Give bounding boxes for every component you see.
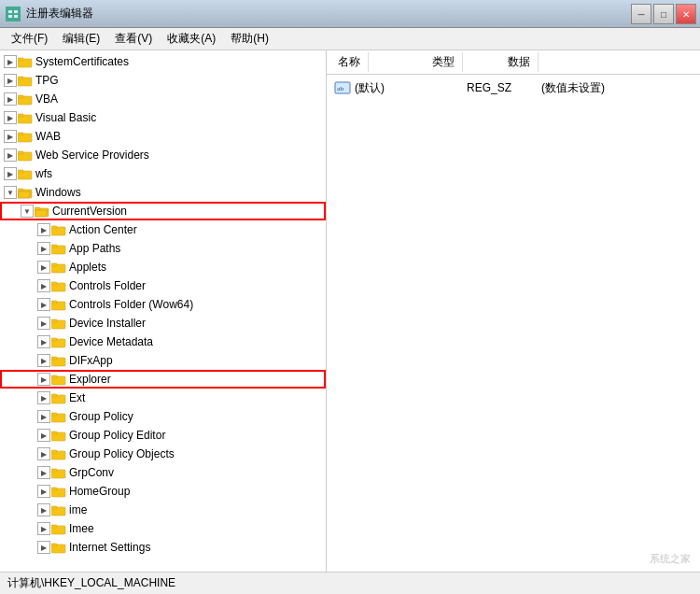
tree-item[interactable]: ▶ HomeGroup — [0, 482, 326, 501]
expand-button[interactable]: ▶ — [4, 92, 17, 106]
close-button[interactable]: ✕ — [676, 4, 696, 24]
tree-item[interactable]: ▶ Group Policy Objects — [0, 445, 326, 463]
status-bar: 计算机\HKEY_LOCAL_MACHINE — [0, 572, 700, 594]
expand-button[interactable]: ▶ — [4, 130, 17, 143]
menu-item[interactable]: 查看(V) — [107, 29, 160, 49]
tree-item[interactable]: ▶ WAB — [0, 127, 326, 146]
expand-button[interactable]: ▶ — [37, 541, 50, 554]
tree-item-label: SystemCertificates — [35, 55, 129, 68]
svg-rect-10 — [18, 78, 32, 86]
tree-item-label: Explorer — [69, 373, 111, 386]
tree-item[interactable]: ▶ Controls Folder — [0, 276, 326, 295]
tree-item[interactable]: ▶ ime — [0, 501, 326, 519]
folder-icon — [51, 279, 66, 292]
expand-button[interactable]: ▶ — [37, 354, 50, 367]
registry-icon: ab — [334, 80, 351, 95]
expand-button[interactable]: ▼ — [21, 205, 34, 218]
tree-item[interactable]: ▶ SystemCertificates — [0, 52, 326, 71]
tree-item[interactable]: ▶ Internet Settings — [0, 538, 326, 557]
svg-rect-85 — [51, 544, 65, 553]
col-type[interactable]: 类型 — [425, 52, 463, 72]
tree-item-label: VBA — [35, 92, 58, 106]
svg-rect-49 — [51, 320, 65, 329]
tree-item-label: Action Center — [69, 223, 137, 236]
tree-item[interactable]: ▶ Group Policy Editor — [0, 426, 326, 445]
maximize-button[interactable]: □ — [653, 4, 674, 24]
svg-rect-43 — [51, 283, 65, 291]
tree-item[interactable]: ▶ Controls Folder (Wow64) — [0, 295, 326, 314]
status-path: 计算机\HKEY_LOCAL_MACHINE — [7, 575, 175, 591]
expand-button[interactable]: ▶ — [4, 55, 17, 68]
expand-button[interactable]: ▶ — [37, 410, 50, 423]
tree-scroll[interactable]: ▶ SystemCertificates▶ TPG▶ VBA▶ Visual B… — [0, 50, 326, 572]
tree-item-label: DIFxApp — [69, 354, 113, 367]
tree-item[interactable]: ▶ VBA — [0, 90, 326, 108]
tree-item[interactable]: ▶ Action Center — [0, 220, 326, 239]
tree-item[interactable]: ▶ Imee — [0, 519, 326, 538]
expand-button[interactable]: ▶ — [37, 391, 50, 404]
expand-button[interactable]: ▶ — [37, 223, 50, 236]
svg-marker-31 — [35, 210, 48, 217]
tree-item[interactable]: ▶ Applets — [0, 258, 326, 276]
expand-button[interactable]: ▶ — [37, 447, 50, 460]
menu-item[interactable]: 帮助(H) — [223, 29, 276, 49]
svg-rect-25 — [18, 171, 32, 179]
svg-rect-64 — [51, 414, 65, 422]
tree-item[interactable]: ▶ Explorer — [0, 370, 326, 389]
minimize-button[interactable]: ─ — [631, 4, 651, 24]
tree-item-label: Device Metadata — [69, 335, 153, 348]
tree-item[interactable]: ▶ DIFxApp — [0, 351, 326, 370]
folder-icon — [18, 148, 33, 162]
menu-item[interactable]: 文件(F) — [4, 29, 55, 49]
registry-row[interactable]: ab (默认)REG_SZ(数值未设置) — [330, 78, 696, 97]
tree-item[interactable]: ▶ App Paths — [0, 239, 326, 258]
expand-button[interactable]: ▼ — [4, 186, 17, 199]
expand-button[interactable]: ▶ — [37, 298, 50, 311]
menu-item[interactable]: 编辑(E) — [55, 29, 107, 49]
menu-item[interactable]: 收藏夹(A) — [160, 29, 223, 49]
tree-item[interactable]: ▶ wfs — [0, 164, 326, 183]
svg-rect-0 — [7, 8, 20, 20]
tree-item[interactable]: ▶ Ext — [0, 389, 326, 407]
expand-button[interactable]: ▶ — [37, 279, 50, 292]
main-content: ▶ SystemCertificates▶ TPG▶ VBA▶ Visual B… — [0, 50, 700, 572]
folder-icon — [18, 186, 33, 199]
folder-icon — [51, 391, 66, 404]
folder-icon — [51, 447, 66, 460]
expand-button[interactable]: ▶ — [37, 503, 50, 516]
tree-item-label: TPG — [35, 74, 59, 87]
tree-panel: ▶ SystemCertificates▶ TPG▶ VBA▶ Visual B… — [0, 50, 327, 572]
expand-button[interactable]: ▶ — [37, 429, 50, 442]
expand-button[interactable]: ▶ — [37, 522, 50, 535]
expand-button[interactable]: ▶ — [37, 466, 50, 479]
tree-item[interactable]: ▶ Web Service Providers — [0, 146, 326, 164]
expand-button[interactable]: ▶ — [4, 148, 17, 162]
tree-item[interactable]: ▶ Visual Basic — [0, 108, 326, 127]
svg-rect-58 — [51, 376, 65, 385]
expand-button[interactable]: ▶ — [37, 373, 50, 386]
col-data[interactable]: 数据 — [500, 52, 539, 72]
expand-button[interactable]: ▶ — [37, 261, 50, 274]
tree-item-label: Controls Folder — [69, 279, 146, 292]
expand-button[interactable]: ▶ — [4, 167, 17, 180]
expand-button[interactable]: ▶ — [37, 242, 50, 255]
svg-rect-7 — [18, 59, 32, 67]
tree-item[interactable]: ▶ Device Metadata — [0, 332, 326, 351]
expand-button[interactable]: ▶ — [37, 335, 50, 348]
tree-item[interactable]: ▼ Windows — [0, 183, 326, 202]
expand-button[interactable]: ▶ — [37, 317, 50, 330]
tree-item[interactable]: ▶ GrpConv — [0, 463, 326, 482]
folder-icon — [51, 354, 66, 367]
tree-item[interactable]: ▶ TPG — [0, 71, 326, 90]
tree-item-label: Group Policy — [69, 410, 133, 423]
tree-item[interactable]: ▶ Device Installer — [0, 314, 326, 332]
title-text: 注册表编辑器 — [26, 6, 93, 21]
tree-item-label: ime — [69, 503, 87, 516]
expand-button[interactable]: ▶ — [4, 74, 17, 87]
expand-button[interactable]: ▶ — [37, 485, 50, 498]
expand-button[interactable]: ▶ — [4, 111, 17, 124]
col-name[interactable]: 名称 — [330, 52, 369, 72]
tree-item[interactable]: ▶ Group Policy — [0, 407, 326, 426]
tree-item-label: GrpConv — [69, 466, 114, 479]
tree-item[interactable]: ▼ CurrentVersion — [0, 202, 326, 220]
